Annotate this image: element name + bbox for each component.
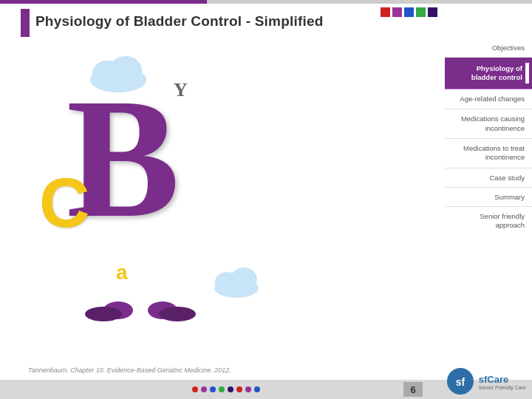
small-a-letter: a — [116, 261, 128, 284]
citation-text: Tannenbaum. Chapter 10. Evidence-Based G… — [28, 366, 231, 374]
logo-subtitle: Senior Friendly Care — [479, 385, 526, 391]
bottom-dots — [192, 386, 260, 392]
svg-point-12 — [159, 307, 196, 321]
sfcare-logo: sf sfCare Senior Friendly Care — [446, 366, 526, 398]
page-title: Physiology of Bladder Control - Simplifi… — [35, 13, 323, 30]
illustration-area: Y B C a — [18, 41, 447, 351]
left-accent-box — [21, 9, 30, 37]
nav-item-case-study[interactable]: Case study — [445, 168, 532, 188]
bottom-bar: 6 sf sfCare Senior Friendly Care — [0, 380, 532, 399]
nav-item-summary[interactable]: Summary — [445, 188, 532, 207]
nav-item-senior-friendly[interactable]: Senior friendly approach — [445, 207, 532, 236]
logo-name: sfCare — [479, 374, 526, 385]
character-legs — [81, 273, 200, 321]
nav-item-medications-treat[interactable]: Medications to treat incontinence — [445, 139, 532, 168]
nav-item-physiology[interactable]: Physiology of bladder control — [445, 58, 532, 89]
right-nav: Objectives Physiology of bladder control… — [445, 38, 532, 235]
svg-text:sf: sf — [456, 376, 466, 388]
cloud-bottom-right — [211, 265, 262, 301]
top-color-squares — [381, 7, 437, 17]
svg-point-10 — [85, 307, 122, 321]
nav-item-objectives[interactable]: Objectives — [445, 38, 532, 58]
nav-item-age-changes[interactable]: Age-related changes — [445, 89, 532, 109]
page-number: 6 — [403, 382, 423, 397]
yellow-c-letter: C — [39, 163, 90, 243]
nav-item-medications-causing[interactable]: Medications causing incontinence — [445, 109, 532, 139]
svg-point-8 — [231, 267, 257, 291]
